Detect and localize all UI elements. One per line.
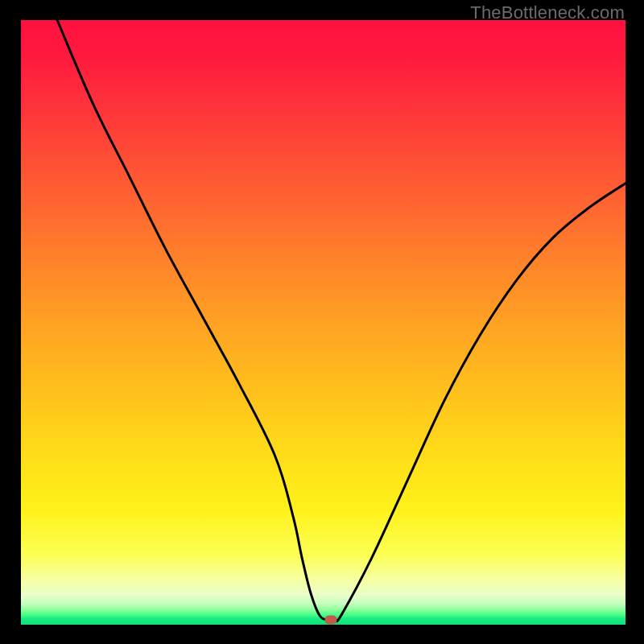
chart-frame: TheBottleneck.com: [0, 0, 644, 644]
curve-path: [57, 20, 625, 621]
bottleneck-curve: [21, 20, 625, 625]
optimal-point-marker: [324, 615, 336, 624]
plot-area: [21, 20, 625, 625]
